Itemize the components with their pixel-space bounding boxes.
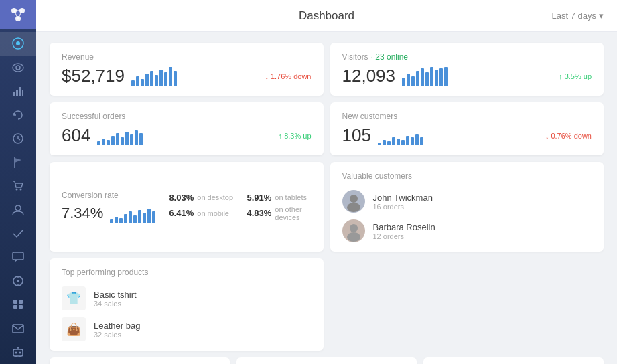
customer-name: Barbara Roselin [373,222,435,232]
sidebar-item-grid[interactable] [0,293,36,316]
sidebar-item-analytics[interactable] [0,79,36,102]
conversion-card: Conversion rate 7.34% [50,162,324,252]
customers-change: ↓ 0.76% down [545,132,592,140]
svg-point-35 [17,347,19,348]
svg-point-23 [17,280,19,282]
svg-rect-31 [13,349,23,356]
desktop-label: on desktop [197,193,233,201]
bar [119,218,123,223]
svg-rect-28 [13,305,17,309]
sidebar-logo[interactable] [0,0,36,29]
orders-label: Successful orders [62,112,312,121]
mobile-value: 6.41% [169,208,194,218]
visitors-online-label: · 23 online [371,52,408,62]
bar [150,71,153,86]
bar [435,70,438,86]
bar [401,140,405,145]
orders-card: Successful orders 604 ↑ 8.3% up [50,102,324,155]
time-range-selector[interactable]: Last 7 days ▾ [552,11,604,21]
bar [143,213,146,223]
product-info: Basic tshirt 34 sales [94,290,137,308]
conversion-breakdown: 8.03% on desktop 5.91% on tablets 6.41% … [169,193,311,221]
bar [430,67,433,86]
svg-rect-30 [13,325,23,333]
bar [110,219,113,223]
bar [159,70,163,86]
revenue-card: Revenue $52,719 ↓ 1.76% down [50,43,324,96]
bar [425,72,429,86]
bar [402,78,405,86]
svg-point-41 [347,232,360,242]
bar [139,133,143,145]
customers-label: New customers [342,112,592,121]
revenue-row: $52,719 ↓ 1.76% down [62,66,312,86]
orders-row: 604 ↑ 8.3% up [62,125,312,146]
customer-orders: 16 orders [373,203,433,211]
bar [125,132,129,145]
sidebar-item-bot[interactable] [0,341,36,364]
svg-rect-26 [13,300,17,304]
chevron-down-icon: ▾ [599,11,604,21]
bar [416,71,419,86]
avatar [342,190,365,213]
other-conversion: 4.83% on other devices [247,205,311,221]
list-item: 👕 Basic tshirt 34 sales [62,286,312,310]
product-name: Basic tshirt [94,290,137,300]
revenue-chart [131,67,177,86]
conversion-value: 7.34% [62,205,103,222]
bar [107,140,110,145]
sidebar-item-check[interactable] [0,221,36,245]
bar [397,139,400,145]
bar [135,130,138,145]
sidebar-item-users[interactable] [0,198,36,221]
bar [411,76,415,86]
bar [133,215,137,223]
bar [421,68,424,86]
svg-point-32 [15,352,17,354]
svg-point-8 [13,64,23,72]
conversion-label: Conversion rate [62,191,155,200]
customer-info: Barbara Roselin 12 orders [373,222,435,240]
other-label: on other devices [275,205,311,221]
bar [97,141,100,145]
svg-point-40 [350,224,358,232]
bar [124,214,127,223]
svg-rect-27 [19,300,23,304]
sidebar-item-time[interactable] [0,269,36,292]
visitors-change: ↑ 3.5% up [559,72,592,80]
sidebar-item-cart[interactable] [0,174,36,197]
sidebar-item-clock[interactable] [0,126,36,150]
sidebar-item-dashboard[interactable] [0,32,36,56]
orders-value: 604 [62,125,90,146]
conversion-chart [110,204,155,223]
dashboard-content: Revenue $52,719 ↓ 1.76% down [36,32,617,364]
tablet-conversion: 5.91% on tablets [247,193,311,203]
product-image: 👕 [62,286,86,310]
time-range-label: Last 7 days [552,11,597,21]
customer-ltv-card: Customer LTV $106.23 [50,357,230,364]
svg-point-9 [16,66,20,70]
bar [136,76,139,86]
sidebar-item-refresh[interactable] [0,103,36,126]
tablet-label: on tablets [275,193,307,201]
svg-point-18 [16,189,18,191]
svg-rect-13 [22,90,23,96]
visitors-label: Visitors [342,52,368,62]
bar [407,74,410,86]
sidebar-item-flag[interactable] [0,151,36,174]
mobile-conversion: 6.41% on mobile [169,205,233,221]
sidebar-item-messages[interactable] [0,246,36,269]
svg-point-38 [350,195,358,203]
bar [152,211,155,223]
svg-point-39 [347,203,360,212]
sidebar-item-mail[interactable] [0,316,36,340]
main-content: Dashboard Last 7 days ▾ Revenue $52,719 [36,0,617,364]
bar [116,133,119,145]
bar [129,211,132,223]
bar [444,67,448,86]
bar [392,137,395,145]
sidebar-item-view[interactable] [0,56,36,79]
product-info: Leather bag 32 sales [94,321,140,339]
average-order-card: Average order $86.05 [423,357,604,364]
revenue-value: $52,719 [62,66,125,86]
